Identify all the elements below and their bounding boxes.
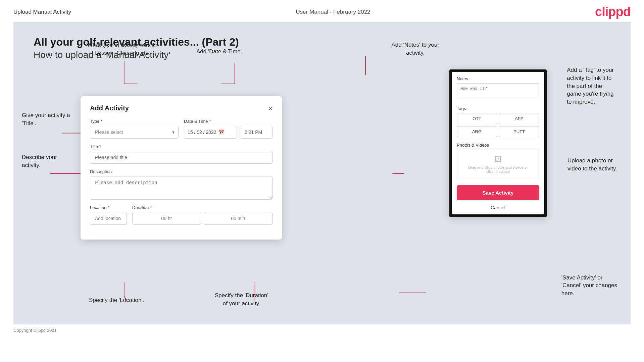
type-group: Type * Please select xyxy=(90,119,179,139)
footer: Copyright Clippd 2021 xyxy=(0,324,644,336)
title-label: Title * xyxy=(90,144,273,149)
notes-section: Notes xyxy=(452,72,544,103)
photos-placeholder: Drag and Drop photos and videos orclick … xyxy=(468,165,528,173)
tag-arg[interactable]: ARG xyxy=(457,126,497,137)
ann-photo: Upload a photo orvideo to the activity. xyxy=(567,157,617,173)
photos-label: Photos & Videos xyxy=(457,143,539,148)
svg-line-9 xyxy=(124,296,128,302)
main-content: All your golf-relevant activities... (Pa… xyxy=(13,22,631,324)
manual-title: User Manual - February 2022 xyxy=(296,9,370,15)
location-label: Location * xyxy=(90,205,127,210)
ann-tag: Add a 'Tag' to youractivity to link it t… xyxy=(567,66,614,106)
photo-icon: 🖼 xyxy=(494,155,502,164)
save-activity-button[interactable]: Save Activity xyxy=(457,185,539,200)
photos-drop-zone[interactable]: 🖼 Drag and Drop photos and videos orclic… xyxy=(457,150,539,179)
date-time-group: 15 / 02 / 2022 📅 2:21 PM xyxy=(184,126,273,139)
dialog-title: Add Activity xyxy=(90,104,129,112)
calendar-icon: 📅 xyxy=(218,130,224,135)
ann-title: Give your activity a'Title'. xyxy=(22,111,70,127)
notes-label: Notes xyxy=(457,76,539,81)
title-input[interactable] xyxy=(90,151,273,164)
duration-label: Duration * xyxy=(132,205,273,210)
phone-mockup: Notes Tags OTT APP ARG PUTT Photos & Vid… xyxy=(449,69,547,217)
photos-section: Photos & Videos 🖼 Drag and Drop photos a… xyxy=(452,140,544,182)
location-input[interactable] xyxy=(90,212,127,225)
ann-duration: Specify the 'Duration'of your activity. xyxy=(215,292,268,308)
title-group: Title * xyxy=(90,144,273,164)
main-subheading: How to upload a 'Manual Activity' xyxy=(34,50,610,60)
tag-app[interactable]: APP xyxy=(499,113,539,124)
date-input[interactable]: 15 / 02 / 2022 📅 xyxy=(184,126,237,139)
tag-ott[interactable]: OTT xyxy=(457,113,497,124)
description-group: Description xyxy=(90,169,273,200)
top-bar: Upload Manual Activity User Manual - Feb… xyxy=(0,0,644,22)
notes-input[interactable] xyxy=(457,83,539,99)
copyright: Copyright Clippd 2021 xyxy=(13,328,57,333)
main-heading: All your golf-relevant activities... (Pa… xyxy=(34,36,610,48)
type-select-wrapper[interactable]: Please select xyxy=(90,126,179,139)
description-input[interactable] xyxy=(90,176,273,200)
location-duration-row: Location * Duration * xyxy=(90,205,273,225)
duration-min-input[interactable] xyxy=(204,212,273,225)
duration-hr-input[interactable] xyxy=(132,212,201,225)
add-activity-dialog: Add Activity × Type * Please select Date… xyxy=(81,96,282,240)
duration-inputs xyxy=(132,212,273,225)
type-datetime-row: Type * Please select Date & Time * 15 / … xyxy=(90,119,273,139)
description-label: Description xyxy=(90,169,273,174)
logo: clippd xyxy=(595,5,631,19)
tags-section: Tags OTT APP ARG PUTT xyxy=(452,103,544,140)
ann-save-cancel: 'Save Activity' or'Cancel' your changesh… xyxy=(561,274,617,298)
tag-putt[interactable]: PUTT xyxy=(499,126,539,137)
duration-group: Duration * xyxy=(132,205,273,225)
time-input[interactable]: 2:21 PM xyxy=(240,126,273,139)
cancel-button[interactable]: Cancel xyxy=(452,202,544,214)
location-group: Location * xyxy=(90,205,127,225)
datetime-group: Date & Time * 15 / 02 / 2022 📅 2:21 PM xyxy=(184,119,273,139)
tags-label: Tags xyxy=(457,106,539,111)
close-button[interactable]: × xyxy=(268,105,273,112)
dialog-header: Add Activity × xyxy=(90,104,273,112)
datetime-label: Date & Time * xyxy=(184,119,273,124)
type-label: Type * xyxy=(90,119,179,124)
ann-describe: Describe youractivity. xyxy=(22,153,57,169)
ann-location: Specify the 'Location'. xyxy=(89,296,144,304)
type-select[interactable]: Please select xyxy=(90,126,179,139)
page-title: Upload Manual Activity xyxy=(13,9,71,15)
tags-grid: OTT APP ARG PUTT xyxy=(457,113,539,137)
